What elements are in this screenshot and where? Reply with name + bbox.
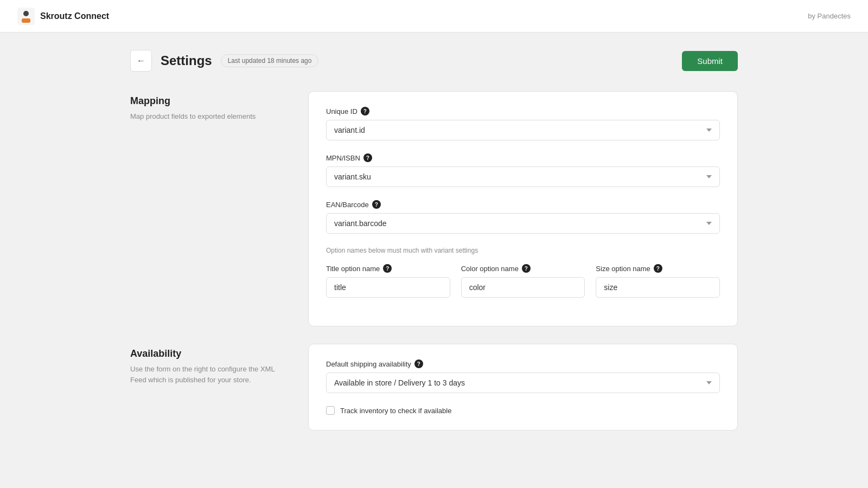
title-option-group: Title option name ? — [326, 264, 450, 298]
mapping-form: Unique ID ? variant.id product.id varian… — [308, 91, 738, 326]
unique-id-label: Unique ID ? — [326, 107, 720, 115]
unique-id-select[interactable]: variant.id product.id variant.sku — [326, 120, 720, 140]
mapping-section-info: Mapping Map product fields to exported e… — [130, 91, 282, 326]
mapping-label: Mapping — [130, 95, 282, 107]
option-names-note: Option names below must much with varian… — [326, 247, 720, 254]
app-name: Skroutz Connect — [40, 11, 109, 21]
size-option-label: Size option name ? — [596, 264, 720, 273]
color-option-group: Color option name ? — [461, 264, 585, 298]
ean-barcode-group: EAN/Barcode ? variant.barcode variant.sk… — [326, 200, 720, 234]
default-shipping-select[interactable]: Available in store / Delivery 1 to 3 day… — [326, 373, 720, 393]
size-option-group: Size option name ? — [596, 264, 720, 311]
availability-description: Use the form on the right to configure t… — [130, 364, 282, 385]
mapping-description: Map product fields to exported elements — [130, 111, 282, 122]
svg-point-1 — [23, 11, 29, 16]
last-updated-badge: Last updated 18 minutes ago — [221, 54, 319, 67]
mpn-isbn-help-icon[interactable]: ? — [363, 153, 372, 162]
title-option-input[interactable] — [326, 277, 450, 298]
unique-id-help-icon[interactable]: ? — [361, 107, 369, 115]
main-content: ← Settings Last updated 18 minutes ago S… — [108, 33, 760, 465]
navbar-left: Skroutz Connect — [17, 8, 109, 25]
availability-section: Availability Use the form on the right t… — [130, 344, 738, 431]
mpn-isbn-select[interactable]: variant.sku variant.id product.id — [326, 166, 720, 187]
size-option-input[interactable] — [596, 277, 720, 298]
default-shipping-group: Default shipping availability ? Availabl… — [326, 359, 720, 393]
availability-label: Availability — [130, 348, 282, 359]
page-header-left: ← Settings Last updated 18 minutes ago — [130, 50, 318, 72]
color-option-help-icon[interactable]: ? — [522, 264, 531, 273]
availability-form: Default shipping availability ? Availabl… — [308, 344, 738, 431]
unique-id-group: Unique ID ? variant.id product.id varian… — [326, 107, 720, 140]
ean-barcode-label: EAN/Barcode ? — [326, 200, 720, 209]
svg-rect-2 — [22, 18, 30, 23]
page-header: ← Settings Last updated 18 minutes ago S… — [130, 50, 738, 72]
size-option-help-icon[interactable]: ? — [654, 264, 662, 273]
mpn-isbn-group: MPN/ISBN ? variant.sku variant.id produc… — [326, 153, 720, 187]
page-title: Settings — [161, 53, 212, 68]
mapping-section: Mapping Map product fields to exported e… — [130, 91, 738, 326]
title-option-help-icon[interactable]: ? — [383, 264, 392, 273]
availability-section-info: Availability Use the form on the right t… — [130, 344, 282, 431]
ean-barcode-select[interactable]: variant.barcode variant.sku variant.id — [326, 213, 720, 234]
title-option-label: Title option name ? — [326, 264, 450, 273]
back-button[interactable]: ← — [130, 50, 152, 72]
option-names-row: Title option name ? Color option name ? … — [326, 264, 720, 311]
color-option-input[interactable] — [461, 277, 585, 298]
default-shipping-help-icon[interactable]: ? — [414, 359, 423, 368]
back-arrow-icon: ← — [137, 56, 145, 66]
submit-button[interactable]: Submit — [682, 51, 738, 71]
color-option-label: Color option name ? — [461, 264, 585, 273]
track-inventory-checkbox[interactable] — [326, 406, 335, 415]
mpn-isbn-label: MPN/ISBN ? — [326, 153, 720, 162]
default-shipping-label: Default shipping availability ? — [326, 359, 720, 368]
app-logo — [17, 8, 35, 25]
navbar: Skroutz Connect by Pandectes — [0, 0, 868, 33]
track-inventory-label: Track inventory to check if available — [340, 407, 451, 415]
ean-barcode-help-icon[interactable]: ? — [372, 200, 381, 209]
track-inventory-row: Track inventory to check if available — [326, 406, 720, 415]
by-label: by Pandectes — [808, 12, 851, 20]
